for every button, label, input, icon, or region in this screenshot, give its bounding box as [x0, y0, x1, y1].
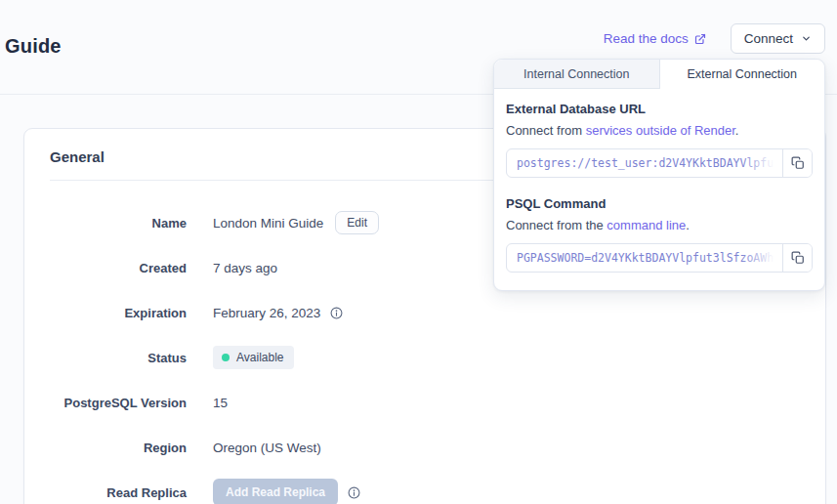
chevron-down-icon [801, 33, 812, 44]
external-link-icon [694, 33, 706, 45]
desc-text: . [686, 218, 690, 232]
region-label: Region [24, 441, 187, 455]
page-title: Guide [5, 35, 62, 58]
popover-body: External Database URL Connect from servi… [494, 89, 824, 290]
copy-external-db-url-button[interactable] [782, 149, 812, 177]
copy-psql-command-button[interactable] [782, 244, 812, 272]
external-db-url-text: postgres://test_user:d2V4YKktBDAYVlpfut3… [517, 156, 782, 170]
psql-command-desc: Connect from the command line. [506, 218, 813, 232]
table-row-region: Region Oregon (US West) [24, 425, 825, 470]
connect-button-label: Connect [744, 31, 793, 46]
psql-command-text: PGPASSWORD=d2V4YKktBDAYVlpfut3lSfzoAWhwb… [517, 251, 782, 265]
info-icon[interactable] [348, 486, 360, 499]
created-value: 7 days ago [213, 261, 277, 275]
copy-icon [791, 251, 805, 265]
psql-command-heading: PSQL Command [506, 196, 813, 211]
postgresql-version-label: PostgreSQL Version [24, 396, 187, 410]
status-label: Status [24, 351, 187, 365]
status-dot [222, 354, 230, 361]
desc-text: . [735, 123, 739, 138]
table-row-expiration: Expiration February 26, 2023 [24, 290, 825, 335]
edit-name-button[interactable]: Edit [335, 211, 379, 234]
external-db-url-value[interactable]: postgres://test_user:d2V4YKktBDAYVlpfut3… [507, 149, 782, 177]
desc-text: Connect from [506, 123, 586, 138]
desc-text: Connect from the [506, 218, 607, 232]
psql-command-input-group: PGPASSWORD=d2V4YKktBDAYVlpfut3lSfzoAWhwb… [506, 243, 813, 273]
connection-tabs: Internal Connection External Connection [494, 60, 824, 89]
expiration-label: Expiration [24, 306, 187, 320]
postgresql-version-value: 15 [213, 396, 228, 410]
read-the-docs-link[interactable]: Read the docs [604, 31, 706, 46]
command-line-link[interactable]: command line [607, 218, 686, 232]
expiration-value: February 26, 2023 [213, 306, 320, 320]
external-db-url-input-group: postgres://test_user:d2V4YKktBDAYVlpfut3… [506, 148, 813, 178]
connect-popover: Internal Connection External Connection … [493, 59, 825, 291]
read-replica-label: Read Replica [24, 485, 187, 500]
tab-external-connection[interactable]: External Connection [659, 60, 825, 89]
name-value: London Mini Guide [213, 216, 323, 231]
status-badge-label: Available [236, 351, 283, 364]
region-value: Oregon (US West) [213, 441, 321, 455]
connect-button[interactable]: Connect [731, 23, 825, 54]
table-row-read-replica: Read Replica Add Read Replica [24, 470, 825, 504]
table-row-status: Status Available [24, 335, 825, 380]
status-badge: Available [213, 346, 294, 369]
created-label: Created [24, 261, 187, 275]
header-actions: Read the docs Connect [604, 23, 825, 54]
tab-internal-connection[interactable]: Internal Connection [494, 60, 659, 89]
external-db-url-desc: Connect from services outside of Render. [506, 123, 813, 138]
services-outside-render-link[interactable]: services outside of Render [586, 123, 735, 138]
psql-command-value[interactable]: PGPASSWORD=d2V4YKktBDAYVlpfut3lSfzoAWhwb… [507, 244, 782, 272]
table-row-postgresql-version: PostgreSQL Version 15 [24, 380, 825, 425]
external-db-url-heading: External Database URL [506, 102, 813, 116]
add-read-replica-button[interactable]: Add Read Replica [213, 479, 338, 504]
info-icon[interactable] [330, 307, 343, 319]
copy-icon [791, 156, 805, 170]
docs-link-label: Read the docs [604, 31, 689, 46]
name-label: Name [24, 216, 187, 231]
